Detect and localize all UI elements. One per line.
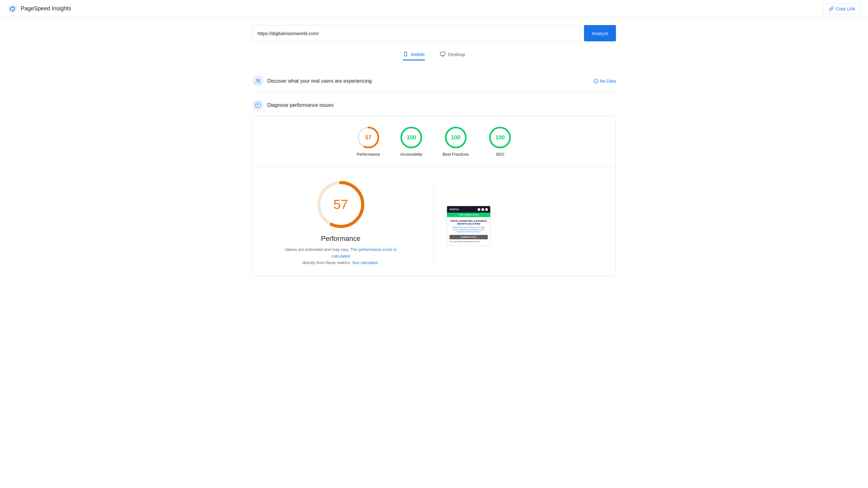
analyze-button[interactable]: Analyze [584, 25, 616, 41]
header-right: Copy Link [824, 3, 861, 14]
screenshot-subtext: TRANSFORM YOUR VISION WITH TAILORED DIGI… [450, 226, 488, 233]
svg-point-2 [405, 56, 406, 56]
best-practices-circle: 100 [444, 126, 467, 149]
screenshot-cta-bar: FREE CONSULTATION [447, 213, 490, 217]
pagespeed-logo-icon [7, 4, 18, 14]
seo-score: 100 [495, 134, 505, 141]
seo-label: SEO [496, 152, 504, 157]
perf-desc-mid: directly from these metrics. [303, 260, 351, 265]
tab-mobile[interactable]: Mobile [403, 52, 425, 60]
score-item-accessibility: 100 Accessibility [400, 126, 423, 157]
real-users-section: Discover what your real users are experi… [252, 70, 616, 92]
link-icon [829, 6, 834, 11]
copy-link-button[interactable]: Copy Link [824, 3, 861, 14]
search-section: Analyze [252, 25, 616, 41]
svg-point-0 [8, 4, 17, 13]
diagnose-section: Diagnose performance issues 57 Performan… [252, 100, 616, 276]
screenshot-preview: DIGITAL FREE CONSULTATION DIGITAL MARKE [447, 206, 491, 246]
no-data-link[interactable]: No Data [593, 78, 616, 84]
performance-circle: 57 [357, 126, 380, 149]
screenshot-logo: DIGITAL [450, 208, 459, 211]
seo-circle: 100 [489, 126, 511, 149]
screenshot-btn: BUSINESS PLAN [450, 235, 488, 239]
performance-right: DIGITAL FREE CONSULTATION DIGITAL MARKE [447, 180, 608, 266]
screenshot-bullet: • For Loan Approval And Business Account… [450, 240, 488, 242]
score-circles-row: 57 Performance 100 Accessibility [253, 116, 616, 167]
screenshot-icon-3 [485, 208, 488, 211]
screenshot-heading: DIGITAL MARKETING & BUSINESS GROWTH SOLU… [450, 220, 488, 225]
diagnose-icon [252, 100, 264, 111]
best-practices-label: Best Practices [443, 152, 469, 157]
tabs-section: Mobile Desktop [252, 52, 616, 60]
header-left: PageSpeed Insights [7, 4, 71, 14]
real-users-icon [252, 75, 264, 87]
best-practices-score: 100 [451, 134, 461, 141]
section-header-left: Discover what your real users are experi… [252, 75, 372, 87]
svg-point-7 [256, 79, 258, 80]
performance-title: Performance [321, 235, 361, 243]
mobile-icon [403, 52, 408, 57]
users-icon [255, 78, 261, 84]
gauge-icon [255, 102, 261, 108]
score-item-performance: 57 Performance [357, 126, 380, 157]
main-content: Analyze Mobile Desktop [246, 18, 622, 284]
see-calculator-link[interactable]: See calculator. [352, 260, 379, 265]
score-item-best-practices: 100 Best Practices [443, 126, 469, 157]
screenshot-icon-1 [478, 208, 480, 211]
url-input[interactable] [258, 31, 575, 36]
diagnose-title: Diagnose performance issues [268, 102, 334, 108]
accessibility-label: Accessibility [400, 152, 423, 157]
screenshot-cta-text: FREE CONSULTATION [459, 214, 479, 216]
screenshot-icon-2 [482, 208, 484, 211]
big-performance-score: 57 [333, 197, 348, 212]
screenshot-top-bar: DIGITAL [447, 206, 490, 213]
performance-label: Performance [357, 152, 380, 157]
perf-desc-text: Values are estimated and may vary. The [285, 247, 358, 252]
real-users-title: Discover what your real users are experi… [268, 78, 372, 84]
score-card: 57 Performance 100 Accessibility [252, 116, 616, 276]
performance-desc: Values are estimated and may vary. The p… [278, 247, 403, 266]
diagnose-header: Diagnose performance issues [252, 100, 616, 111]
score-item-seo: 100 SEO [489, 126, 511, 157]
header: PageSpeed Insights Copy Link [0, 0, 868, 18]
tab-desktop[interactable]: Desktop [440, 52, 465, 60]
svg-point-8 [258, 79, 260, 81]
url-input-wrapper[interactable] [252, 25, 581, 41]
big-performance-circle: 57 [316, 180, 366, 230]
desktop-icon [440, 52, 445, 57]
performance-score: 57 [365, 134, 371, 141]
performance-left: 57 Performance Values are estimated and … [260, 180, 422, 266]
svg-rect-4 [440, 52, 445, 56]
performance-detail: 57 Performance Values are estimated and … [253, 167, 616, 276]
accessibility-circle: 100 [400, 126, 423, 149]
app-title: PageSpeed Insights [21, 5, 71, 12]
svg-point-12 [257, 105, 258, 106]
accessibility-score: 100 [407, 134, 416, 141]
screenshot-icons [478, 208, 488, 211]
info-icon [593, 78, 598, 84]
screenshot-body: DIGITAL MARKETING & BUSINESS GROWTH SOLU… [447, 217, 490, 246]
